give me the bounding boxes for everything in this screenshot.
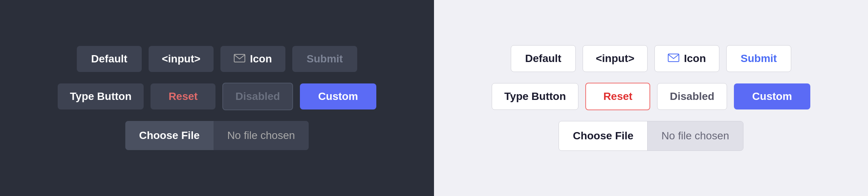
dark-reset-button[interactable]: Reset	[151, 83, 215, 109]
dark-submit-button[interactable]: Submit	[292, 46, 357, 72]
light-row-3: Choose File No file chosen	[559, 121, 743, 151]
dark-input-button[interactable]: <input>	[149, 46, 214, 72]
light-disabled-button: Disabled	[657, 83, 727, 110]
light-row-1: Default <input> Icon Submit	[511, 45, 791, 72]
light-no-file-label: No file chosen	[648, 121, 743, 150]
svg-rect-0	[234, 54, 245, 62]
envelope-icon	[234, 53, 245, 65]
envelope-icon-light	[668, 52, 679, 65]
light-file-input[interactable]: Choose File No file chosen	[559, 121, 743, 151]
light-choose-file-button[interactable]: Choose File	[559, 121, 648, 150]
dark-icon-label: Icon	[250, 53, 272, 65]
dark-icon-button[interactable]: Icon	[220, 46, 285, 72]
light-custom-button[interactable]: Custom	[734, 83, 810, 109]
dark-type-button[interactable]: Type Button	[58, 83, 144, 109]
dark-file-input[interactable]: Choose File No file chosen	[125, 121, 309, 150]
dark-row-2: Type Button Reset Disabled Custom	[58, 83, 376, 110]
light-icon-button[interactable]: Icon	[654, 45, 719, 72]
light-submit-button[interactable]: Submit	[726, 45, 791, 72]
dark-custom-button[interactable]: Custom	[300, 83, 376, 109]
dark-disabled-button: Disabled	[222, 83, 293, 110]
light-type-button[interactable]: Type Button	[492, 83, 578, 110]
dark-no-file-label: No file chosen	[214, 121, 309, 150]
dark-row-1: Default <input> Icon Submit	[77, 46, 357, 72]
light-row-2: Type Button Reset Disabled Custom	[492, 83, 810, 110]
light-icon-label: Icon	[684, 52, 706, 65]
dark-row-3: Choose File No file chosen	[125, 121, 309, 150]
svg-rect-1	[668, 54, 679, 62]
dark-choose-file-button[interactable]: Choose File	[125, 121, 214, 150]
dark-default-button[interactable]: Default	[77, 46, 142, 72]
light-panel: Default <input> Icon Submit Type Button …	[434, 0, 868, 196]
light-default-button[interactable]: Default	[511, 45, 576, 72]
light-reset-button[interactable]: Reset	[585, 83, 650, 110]
light-input-button[interactable]: <input>	[583, 45, 648, 72]
dark-panel: Default <input> Icon Submit Type Button …	[0, 0, 434, 196]
